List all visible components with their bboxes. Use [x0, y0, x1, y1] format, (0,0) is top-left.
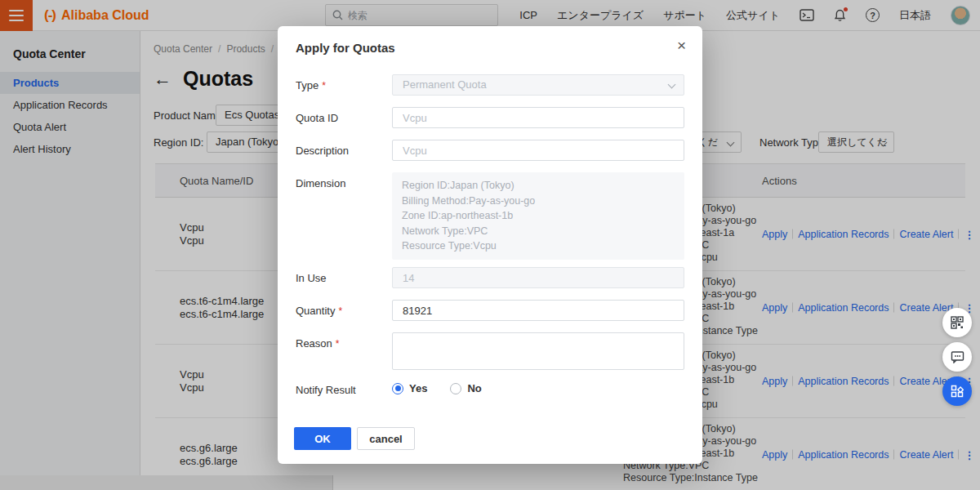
dimension-label: Dimension [296, 177, 345, 189]
dimension-line: Network Type:VPC [402, 224, 675, 239]
required-asterisk: * [322, 80, 326, 91]
description-label: Description [296, 145, 349, 157]
in-use-label: In Use [296, 272, 327, 284]
reason-label: Reason* [296, 337, 339, 350]
quantity-label: Quantity* [296, 305, 342, 317]
quota-id-input[interactable] [392, 107, 684, 128]
dimension-line: Zone ID:ap-northeast-1b [402, 208, 675, 224]
dimension-line: Resource Type:Vcpu [402, 238, 675, 254]
notify-no-radio[interactable]: No [450, 382, 481, 394]
notify-result-label: Notify Result [296, 384, 356, 396]
quota-id-label: Quota ID [296, 112, 338, 124]
qr-icon [951, 316, 964, 329]
required-asterisk: * [338, 305, 342, 317]
reason-textarea[interactable] [392, 332, 684, 370]
in-use-input [392, 267, 684, 288]
dimension-readonly-box: Region ID:Japan (Tokyo)Billing Method:Pa… [392, 172, 684, 260]
notify-yes-radio[interactable]: Yes [392, 382, 427, 394]
chevron-down-icon [668, 81, 676, 89]
dimension-line: Region ID:Japan (Tokyo) [402, 178, 675, 194]
chat-icon [951, 350, 964, 363]
quantity-input[interactable] [392, 300, 684, 321]
description-input[interactable] [392, 140, 684, 161]
type-select[interactable]: Permanent Quota [392, 74, 684, 96]
apply-for-quotas-modal: Apply for Quotas × Type* Permanent Quota… [278, 26, 702, 464]
qr-code-button[interactable] [942, 308, 972, 337]
type-label: Type* [296, 79, 326, 91]
dimension-line: Billing Method:Pay-as-you-go [402, 194, 675, 209]
cancel-button[interactable]: cancel [357, 427, 415, 450]
modal-title: Apply for Quotas [296, 41, 395, 55]
radio-unchecked-icon [450, 383, 461, 394]
close-icon[interactable]: × [677, 38, 686, 53]
required-asterisk: * [336, 338, 340, 350]
radio-checked-icon [392, 383, 403, 394]
feedback-chat-button[interactable] [942, 342, 972, 372]
apps-grid-icon [951, 385, 964, 398]
ok-button[interactable]: OK [294, 427, 351, 450]
apps-shortcut-button[interactable] [942, 376, 972, 406]
